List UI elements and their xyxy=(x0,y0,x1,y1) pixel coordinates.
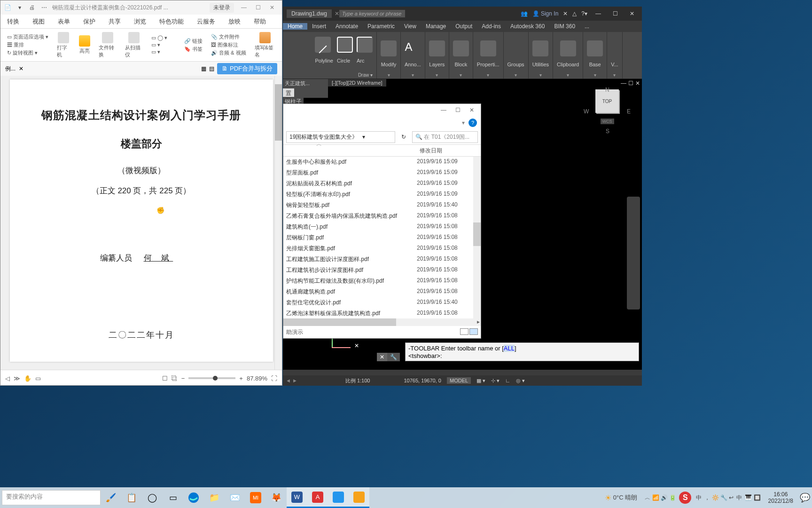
ime-indicators[interactable]: 中 ， 🔆 🔧 ↩ 中 🎹 🔲 xyxy=(693,494,763,502)
list-icon[interactable]: ▤ xyxy=(209,65,214,72)
file-row[interactable]: 生服务中心和服务站.pdf2019/9/16 15:09 xyxy=(283,157,481,167)
snap-toggle[interactable]: ⊹ ▾ xyxy=(491,378,500,384)
shape-tools[interactable]: ▭ ◯ ▾ xyxy=(151,35,176,41)
column-headers[interactable]: ︿ 修改日期 xyxy=(283,144,481,157)
groups-panel[interactable]: Groups▾ xyxy=(504,32,529,79)
viewcube[interactable]: N S W E TOP WCS xyxy=(584,87,631,148)
exchange-icon[interactable]: ✕ xyxy=(563,10,568,17)
menu-form[interactable]: 表单 xyxy=(51,17,77,26)
todesk-icon[interactable] xyxy=(328,487,349,508)
file-row[interactable]: 工程建筑初步设计深度图样.pdf2019/9/16 15:08 xyxy=(283,265,481,276)
fullscreen-button[interactable]: ⛶ xyxy=(271,375,277,382)
new-tab-button[interactable]: ✕ xyxy=(335,10,339,17)
draw-panel-label[interactable]: Draw ▾ xyxy=(358,72,373,78)
cmd-close[interactable]: ✕ xyxy=(377,353,387,361)
xiaomi-icon[interactable]: MI xyxy=(245,487,266,508)
acad-search[interactable]: Type a keyword or phrase xyxy=(339,10,405,17)
more-icon[interactable]: ⋯ xyxy=(40,3,48,12)
tab-more[interactable]: ... xyxy=(580,23,594,30)
tab-home[interactable]: Home xyxy=(283,23,307,30)
weather-widget[interactable]: 0°C 晴朗 xyxy=(600,493,642,502)
rotate-button[interactable]: ↻ 旋转视图 ▾ xyxy=(7,49,48,56)
dropdown-icon[interactable]: ▾ xyxy=(16,3,24,12)
block-panel[interactable]: Block▾ xyxy=(449,32,473,79)
file-row[interactable]: 钢骨架轻型板.pdf2019/9/16 15:40 xyxy=(283,200,481,211)
file-row[interactable]: 护结构节能工程做法及数据(有水印).pdf2019/9/16 15:08 xyxy=(283,276,481,286)
document-tab[interactable]: 例... ✕ xyxy=(5,65,23,73)
ex-maximize[interactable]: ☐ xyxy=(451,107,465,113)
file-list[interactable]: 生服务中心和服务站.pdf2019/9/16 15:09型屋面板.pdf2019… xyxy=(283,157,481,318)
file-row[interactable]: 机通廊建筑构造.pdf2019/9/16 15:08 xyxy=(283,286,481,297)
scan-button[interactable]: 从扫描仪 xyxy=(122,32,146,58)
annotation-panel[interactable]: AAnno...▾ xyxy=(401,32,425,79)
convert-button[interactable]: 文件转换 xyxy=(96,32,119,58)
zoom-in-button[interactable]: + xyxy=(239,375,243,382)
link-button[interactable]: 🔗 链接 xyxy=(184,38,203,45)
menu-special[interactable]: 特色功能 xyxy=(153,17,190,26)
view-mode-2[interactable]: ⿻ xyxy=(172,375,178,382)
view-mode-buttons[interactable] xyxy=(459,328,478,336)
model-button[interactable]: MODEL xyxy=(447,377,471,384)
av-button[interactable]: 🔊 音频 & 视频 xyxy=(211,49,246,56)
file-row[interactable]: 层钢板门窗.pdf2019/9/16 15:08 xyxy=(283,232,481,243)
menu-browse[interactable]: 浏览 xyxy=(127,17,153,26)
acad-close[interactable]: ✕ xyxy=(626,10,638,17)
image-annot-button[interactable]: 🖼 图像标注 xyxy=(211,41,246,48)
menu-view[interactable]: 视图 xyxy=(26,17,51,26)
highlight-button[interactable]: 高亮 xyxy=(76,35,93,55)
view-mode-1[interactable]: ☐ xyxy=(162,375,168,382)
wcs-label[interactable]: WCS xyxy=(601,119,614,124)
explorer-hscrollbar[interactable]: ▸ xyxy=(283,318,481,326)
print-icon[interactable]: 🖨 xyxy=(28,3,36,12)
file-row[interactable]: 泥粘贴面砖及石材构造.pdf2019/9/16 15:09 xyxy=(283,178,481,189)
pdf-merge-button[interactable]: 🗎 PDF合并与拆分 xyxy=(217,63,277,74)
cortana-icon[interactable]: ◯ xyxy=(142,487,163,508)
stamp-tool[interactable]: ▭ ▾ xyxy=(151,42,176,48)
file-row[interactable]: 乙烯石膏复合板外墙内保温系统建筑构造.pdf2019/9/16 15:08 xyxy=(283,211,481,222)
tab-parametric[interactable]: Parametric xyxy=(363,23,399,30)
base-panel[interactable]: Base▾ xyxy=(583,32,607,79)
close-button[interactable]: ✕ xyxy=(265,4,279,11)
autodesk-icon[interactable]: △ xyxy=(572,10,577,17)
next-page-button[interactable]: ≫ xyxy=(14,375,20,382)
menu-help[interactable]: 帮助 xyxy=(247,17,273,26)
tab-annotate[interactable]: Annotate xyxy=(331,23,363,30)
vp-minimize[interactable]: — xyxy=(621,80,626,87)
explorer-search[interactable]: 🔍 在 T01《2019国... xyxy=(412,131,478,143)
tab-a360[interactable]: Autodesk 360 xyxy=(506,23,549,30)
attach-button[interactable]: 📎 文件附件 xyxy=(211,33,246,40)
circle-icon[interactable] xyxy=(337,37,353,53)
file-row[interactable]: 建筑构造(一).pdf2019/9/16 15:08 xyxy=(283,222,481,232)
clock[interactable]: 16:06 2022/12/8 xyxy=(764,491,798,504)
bookmark-button[interactable]: 🔖 书签 xyxy=(184,46,203,53)
col-date[interactable]: 修改日期 xyxy=(420,147,481,155)
infocenter-icon[interactable]: 👥 xyxy=(521,10,528,17)
file-row[interactable]: 工程建筑施工图设计深度图样.pdf2019/9/16 15:08 xyxy=(283,254,481,265)
tab-insert[interactable]: Insert xyxy=(307,23,331,30)
tab-manage[interactable]: Manage xyxy=(421,23,451,30)
ex-minimize[interactable]: — xyxy=(437,107,451,113)
login-badge[interactable]: 未登录 xyxy=(210,3,234,13)
task-view-icon[interactable]: ▭ xyxy=(163,487,183,508)
zoom-out-button[interactable]: − xyxy=(181,375,185,382)
acad-minimize[interactable]: — xyxy=(592,10,604,17)
utilities-panel[interactable]: Utilities▾ xyxy=(529,32,553,79)
sign-button[interactable]: 填写&签名 xyxy=(252,32,278,58)
explorer-icon[interactable]: 📁 xyxy=(204,487,225,508)
tab-addins[interactable]: Add-ins xyxy=(477,23,506,30)
file-row[interactable]: 乙烯泡沫塑料板保温系统建筑构造.pdf2019/9/16 15:08 xyxy=(283,308,481,318)
zoom-slider[interactable] xyxy=(188,377,235,379)
brush-app-icon[interactable]: 🖌️ xyxy=(101,487,121,508)
tab-bim360[interactable]: BIM 360 xyxy=(549,23,580,30)
taskbar-search[interactable]: 要搜索的内容 xyxy=(2,490,101,505)
pdf-app-icon[interactable] xyxy=(349,487,369,508)
tab-view[interactable]: View xyxy=(399,23,421,30)
view-panel[interactable]: V...▾ xyxy=(607,32,623,79)
minimize-button[interactable]: — xyxy=(237,4,251,11)
file-row[interactable]: 套型住宅优化设计.pdf2019/9/16 15:40 xyxy=(283,297,481,308)
clipboard-app-icon[interactable]: 📋 xyxy=(121,487,142,508)
prev-page-button[interactable]: ◁ xyxy=(5,375,10,382)
line-tool[interactable]: ▭ ▾ xyxy=(151,49,176,55)
pdf-scrollbar[interactable] xyxy=(274,76,282,370)
rearrange-button[interactable]: ☰ 重排 xyxy=(7,41,48,48)
